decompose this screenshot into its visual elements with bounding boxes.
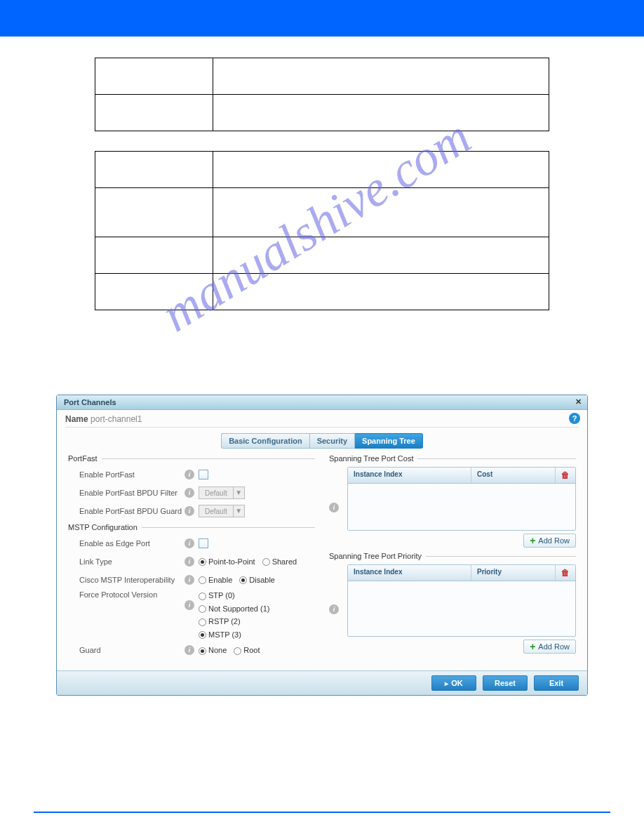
table-row xyxy=(95,237,549,274)
exit-button[interactable]: Exit xyxy=(534,675,579,691)
col-priority[interactable]: Priority xyxy=(471,565,556,581)
edge-port-checkbox[interactable] xyxy=(199,538,208,548)
bpdu-filter-label: Enable PortFast BPDU Filter xyxy=(79,489,185,497)
port-priority-grid[interactable]: Instance Index Priority 🗑 xyxy=(347,564,576,637)
radio-rstp[interactable]: RSTP (2) xyxy=(199,616,269,627)
dialog-subheader: Name port-channel1 ? xyxy=(57,410,587,427)
info-icon[interactable]: i xyxy=(329,503,339,512)
name-value: port-channel1 xyxy=(90,414,142,424)
grid-header: Instance Index Cost 🗑 xyxy=(348,468,575,484)
enable-portfast-label: Enable PortFast xyxy=(79,470,185,479)
help-icon[interactable]: ? xyxy=(569,413,580,424)
tab-bar: Basic ConfigurationSecuritySpanning Tree xyxy=(57,433,587,449)
radio-not-supported[interactable]: Not Supported (1) xyxy=(199,604,269,614)
col-instance-index[interactable]: Instance Index xyxy=(348,468,471,483)
table-row xyxy=(95,58,549,95)
col-delete[interactable]: 🗑 xyxy=(556,565,575,581)
port-cost-group: Spanning Tree Port Cost i Instance Index… xyxy=(329,454,576,548)
mstp-legend: MSTP Configuration xyxy=(68,523,315,531)
col-instance-index[interactable]: Instance Index xyxy=(348,565,471,581)
info-icon[interactable]: i xyxy=(185,645,194,655)
plus-icon: + xyxy=(530,536,535,545)
info-icon[interactable]: i xyxy=(185,470,194,479)
enable-portfast-checkbox[interactable] xyxy=(199,470,208,479)
divider xyxy=(65,427,579,428)
row-bpdu-guard: Enable PortFast BPDU Guard i Default▼ xyxy=(79,503,315,519)
bpdu-guard-select[interactable]: Default▼ xyxy=(199,505,245,517)
add-row-button[interactable]: +Add Row xyxy=(523,640,576,654)
col-cost[interactable]: Cost xyxy=(471,468,556,483)
plus-icon: + xyxy=(530,642,535,651)
definition-tables xyxy=(0,58,644,310)
force-protocol-options: STP (0) Not Supported (1) RSTP (2) MSTP … xyxy=(199,590,276,640)
radio-mstp[interactable]: MSTP (3) xyxy=(199,630,269,640)
info-icon[interactable]: i xyxy=(185,575,194,585)
radio-shared[interactable]: Shared xyxy=(262,557,297,567)
tab-security[interactable]: Security xyxy=(309,433,355,449)
table-2 xyxy=(95,151,549,310)
info-icon[interactable]: i xyxy=(185,557,194,567)
portfast-group: PortFast Enable PortFast i Enable PortFa… xyxy=(68,454,315,519)
table-row xyxy=(95,274,549,310)
cisco-interop-label: Cisco MSTP Interoperability xyxy=(79,576,185,584)
name-label: Name xyxy=(65,414,88,424)
trash-icon[interactable]: 🗑 xyxy=(561,568,570,578)
row-cisco-interop: Cisco MSTP Interoperability i Enable Dis… xyxy=(79,572,315,588)
radio-interop-enable[interactable]: Enable xyxy=(199,575,232,585)
dialog-titlebar: Port Channels ✕ xyxy=(57,395,587,410)
mstp-group: MSTP Configuration Enable as Edge Port i… xyxy=(68,523,315,658)
port-cost-grid[interactable]: Instance Index Cost 🗑 xyxy=(347,467,576,531)
dialog-footer: OK Reset Exit xyxy=(57,670,587,695)
info-icon[interactable]: i xyxy=(329,604,339,614)
page-footer-rule xyxy=(34,812,610,813)
trash-icon[interactable]: 🗑 xyxy=(561,470,570,480)
row-link-type: Link Type i Point-to-Point Shared xyxy=(79,554,315,569)
table-1 xyxy=(95,58,549,131)
left-column: PortFast Enable PortFast i Enable PortFa… xyxy=(68,454,315,662)
dialog-title-text: Port Channels xyxy=(64,398,116,406)
info-icon[interactable]: i xyxy=(185,538,194,548)
grid-header: Instance Index Priority 🗑 xyxy=(348,565,575,581)
edge-port-label: Enable as Edge Port xyxy=(79,539,185,548)
page-header-bar xyxy=(0,0,644,37)
radio-guard-none[interactable]: None xyxy=(199,645,227,656)
ok-button[interactable]: OK xyxy=(431,675,476,691)
tab-basic-configuration[interactable]: Basic Configuration xyxy=(221,433,309,449)
info-icon[interactable]: i xyxy=(185,600,194,610)
bpdu-filter-select[interactable]: Default▼ xyxy=(199,486,245,499)
link-type-label: Link Type xyxy=(79,557,185,566)
table-row xyxy=(95,152,549,188)
reset-button[interactable]: Reset xyxy=(483,675,528,691)
guard-label: Guard xyxy=(79,646,185,654)
portfast-legend: PortFast xyxy=(68,454,315,463)
radio-interop-disable[interactable]: Disable xyxy=(239,575,275,585)
info-icon[interactable]: i xyxy=(185,506,194,516)
row-force-protocol: Force Protocol Version i STP (0) Not Sup… xyxy=(79,590,315,640)
close-icon[interactable]: ✕ xyxy=(575,397,582,406)
radio-guard-root[interactable]: Root xyxy=(234,645,260,656)
row-enable-portfast: Enable PortFast i xyxy=(79,467,315,482)
add-row-button[interactable]: +Add Row xyxy=(523,534,576,548)
tab-spanning-tree[interactable]: Spanning Tree xyxy=(355,433,423,449)
grid-body-empty[interactable] xyxy=(348,581,575,636)
row-edge-port: Enable as Edge Port i xyxy=(79,536,315,551)
port-priority-legend: Spanning Tree Port Priority xyxy=(329,552,576,560)
force-protocol-label: Force Protocol Version xyxy=(79,590,185,599)
port-priority-group: Spanning Tree Port Priority i Instance I… xyxy=(329,552,576,654)
bpdu-guard-label: Enable PortFast BPDU Guard xyxy=(79,507,185,515)
row-bpdu-filter: Enable PortFast BPDU Filter i Default▼ xyxy=(79,485,315,501)
radio-stp[interactable]: STP (0) xyxy=(199,590,269,601)
grid-body-empty[interactable] xyxy=(348,484,575,530)
right-column: Spanning Tree Port Cost i Instance Index… xyxy=(329,454,576,662)
form-body: PortFast Enable PortFast i Enable PortFa… xyxy=(57,454,587,670)
table-row xyxy=(95,188,549,237)
info-icon[interactable]: i xyxy=(185,488,194,498)
radio-point-to-point[interactable]: Point-to-Point xyxy=(199,557,255,567)
table-row xyxy=(95,95,549,131)
col-delete[interactable]: 🗑 xyxy=(556,468,575,483)
row-guard: Guard i None Root xyxy=(79,642,315,658)
port-cost-legend: Spanning Tree Port Cost xyxy=(329,454,576,463)
port-channels-dialog: Port Channels ✕ Name port-channel1 ? Bas… xyxy=(56,395,588,696)
